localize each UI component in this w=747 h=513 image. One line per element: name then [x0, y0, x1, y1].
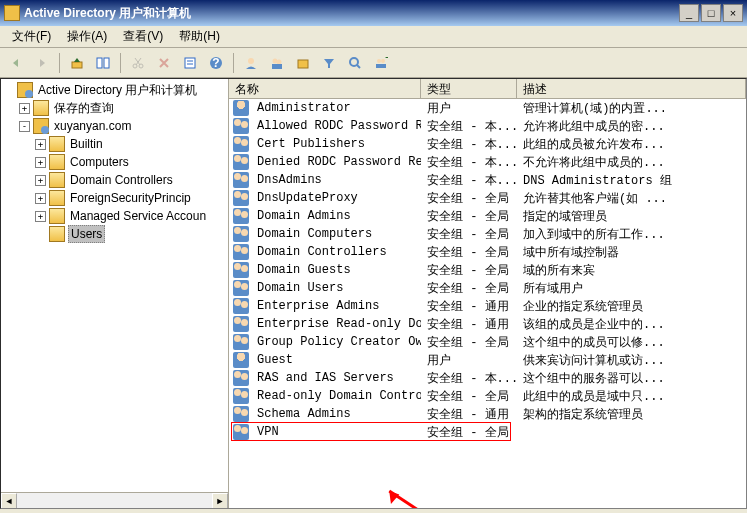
show-hide-button[interactable]	[91, 51, 115, 75]
close-button[interactable]: ×	[723, 4, 743, 22]
expand-icon[interactable]: +	[35, 157, 46, 168]
cell-desc: 供来宾访问计算机或访...	[517, 352, 746, 369]
properties-button[interactable]	[178, 51, 202, 75]
list-row[interactable]: RAS and IAS Servers安全组 - 本...这个组中的服务器可以.…	[229, 369, 746, 387]
new-group-icon[interactable]	[265, 51, 289, 75]
list-row[interactable]: Administrator用户管理计算机(域)的内置...	[229, 99, 746, 117]
tree-root[interactable]: Active Directory 用户和计算机	[3, 81, 226, 99]
menu-file[interactable]: 文件(F)	[4, 26, 59, 47]
tree-label[interactable]: Managed Service Accoun	[68, 208, 208, 224]
cell-type: 安全组 - 本...	[421, 136, 517, 153]
cell-type: 安全组 - 全局	[421, 388, 517, 405]
column-desc[interactable]: 描述	[517, 79, 746, 98]
help-button[interactable]: ?	[204, 51, 228, 75]
find-icon[interactable]	[343, 51, 367, 75]
tree-label[interactable]: Users	[68, 225, 105, 243]
tree-node-builtin[interactable]: +Builtin	[3, 135, 226, 153]
filter-icon[interactable]	[317, 51, 341, 75]
forward-button[interactable]	[30, 51, 54, 75]
list-header: 名称 类型 描述	[229, 79, 746, 99]
expand-icon[interactable]: +	[35, 193, 46, 204]
tree-node-foreignsecurityprincip[interactable]: +ForeignSecurityPrincip	[3, 189, 226, 207]
cut-button[interactable]	[126, 51, 150, 75]
expand-icon[interactable]: +	[35, 175, 46, 186]
cell-desc: 此组中的成员是域中只...	[517, 388, 746, 405]
list-row[interactable]: Domain Guests安全组 - 全局域的所有来宾	[229, 261, 746, 279]
list-row[interactable]: Guest用户供来宾访问计算机或访...	[229, 351, 746, 369]
list-row[interactable]: VPN安全组 - 全局	[229, 423, 746, 441]
cell-name: Schema Admins	[251, 407, 421, 421]
cell-type: 安全组 - 全局	[421, 262, 517, 279]
tree-node-domain controllers[interactable]: +Domain Controllers	[3, 171, 226, 189]
tree-node-users[interactable]: Users	[3, 225, 226, 243]
cell-desc: 域的所有来宾	[517, 262, 746, 279]
group-icon	[233, 370, 249, 386]
column-type[interactable]: 类型	[421, 79, 517, 98]
cell-name: Domain Users	[251, 281, 421, 295]
scroll-left-icon[interactable]: ◄	[1, 493, 17, 508]
tree-node-managed service accoun[interactable]: +Managed Service Accoun	[3, 207, 226, 225]
minimize-button[interactable]: _	[679, 4, 699, 22]
group-icon	[233, 424, 249, 440]
new-ou-icon[interactable]	[291, 51, 315, 75]
expand-icon[interactable]: +	[19, 103, 30, 114]
menu-view[interactable]: 查看(V)	[115, 26, 171, 47]
list-row[interactable]: Domain Controllers安全组 - 全局域中所有域控制器	[229, 243, 746, 261]
tree-domain[interactable]: -xuyanyan.com	[3, 117, 226, 135]
list-row[interactable]: Group Policy Creator Owners安全组 - 全局这个组中的…	[229, 333, 746, 351]
list-body[interactable]: Administrator用户管理计算机(域)的内置...Allowed ROD…	[229, 99, 746, 508]
column-name[interactable]: 名称	[229, 79, 421, 98]
list-row[interactable]: Domain Users安全组 - 全局所有域用户	[229, 279, 746, 297]
cell-type: 安全组 - 全局	[421, 226, 517, 243]
new-user-icon[interactable]	[239, 51, 263, 75]
tree-label[interactable]: Domain Controllers	[68, 172, 175, 188]
cell-desc: 此组的成员被允许发布...	[517, 136, 746, 153]
up-button[interactable]	[65, 51, 89, 75]
cell-type: 安全组 - 本...	[421, 118, 517, 135]
tree-label[interactable]: xuyanyan.com	[52, 118, 133, 134]
cell-desc: 这个组中的成员可以修...	[517, 334, 746, 351]
maximize-button[interactable]: □	[701, 4, 721, 22]
tree-pane[interactable]: Active Directory 用户和计算机+保存的查询-xuyanyan.c…	[1, 79, 229, 508]
menu-action[interactable]: 操作(A)	[59, 26, 115, 47]
menu-help[interactable]: 帮助(H)	[171, 26, 228, 47]
collapse-icon[interactable]: -	[19, 121, 30, 132]
list-row[interactable]: Domain Admins安全组 - 全局指定的域管理员	[229, 207, 746, 225]
scroll-right-icon[interactable]: ►	[212, 493, 228, 508]
cell-name: Domain Admins	[251, 209, 421, 223]
tree-label[interactable]: Computers	[68, 154, 131, 170]
tree-saved-queries[interactable]: +保存的查询	[3, 99, 226, 117]
expand-icon[interactable]: +	[35, 211, 46, 222]
tree-label[interactable]: 保存的查询	[52, 99, 116, 118]
tree-label[interactable]: ForeignSecurityPrincip	[68, 190, 193, 206]
cell-name: Enterprise Read-only Domai...	[251, 317, 421, 331]
cell-name: Read-only Domain Controllers	[251, 389, 421, 403]
svg-rect-5	[185, 58, 195, 68]
list-row[interactable]: Denied RODC Password Repli...安全组 - 本...不…	[229, 153, 746, 171]
list-row[interactable]: Schema Admins安全组 - 通用架构的指定系统管理员	[229, 405, 746, 423]
folder-icon	[49, 208, 65, 224]
list-row[interactable]: DnsAdmins安全组 - 本...DNS Administrators 组	[229, 171, 746, 189]
tree-label[interactable]: Builtin	[68, 136, 105, 152]
toolbar: ? +	[0, 48, 747, 78]
list-row[interactable]: Read-only Domain Controllers安全组 - 全局此组中的…	[229, 387, 746, 405]
list-row[interactable]: Cert Publishers安全组 - 本...此组的成员被允许发布...	[229, 135, 746, 153]
cell-type: 安全组 - 全局	[421, 334, 517, 351]
list-row[interactable]: Enterprise Read-only Domai...安全组 - 通用该组的…	[229, 315, 746, 333]
add-to-group-icon[interactable]: +	[369, 51, 393, 75]
svg-text:+: +	[385, 56, 388, 65]
tree-hscroll[interactable]: ◄ ►	[1, 492, 228, 508]
cell-type: 安全组 - 本...	[421, 154, 517, 171]
tree-label[interactable]: Active Directory 用户和计算机	[36, 81, 199, 100]
cell-type: 用户	[421, 352, 517, 369]
title-bar: Active Directory 用户和计算机 _ □ ×	[0, 0, 747, 26]
delete-button[interactable]	[152, 51, 176, 75]
cell-name: Allowed RODC Password Repl...	[251, 119, 421, 133]
tree-node-computers[interactable]: +Computers	[3, 153, 226, 171]
list-row[interactable]: DnsUpdateProxy安全组 - 全局允许替其他客户端(如 ...	[229, 189, 746, 207]
list-row[interactable]: Enterprise Admins安全组 - 通用企业的指定系统管理员	[229, 297, 746, 315]
list-row[interactable]: Domain Computers安全组 - 全局加入到域中的所有工作...	[229, 225, 746, 243]
list-row[interactable]: Allowed RODC Password Repl...安全组 - 本...允…	[229, 117, 746, 135]
back-button[interactable]	[4, 51, 28, 75]
expand-icon[interactable]: +	[35, 139, 46, 150]
